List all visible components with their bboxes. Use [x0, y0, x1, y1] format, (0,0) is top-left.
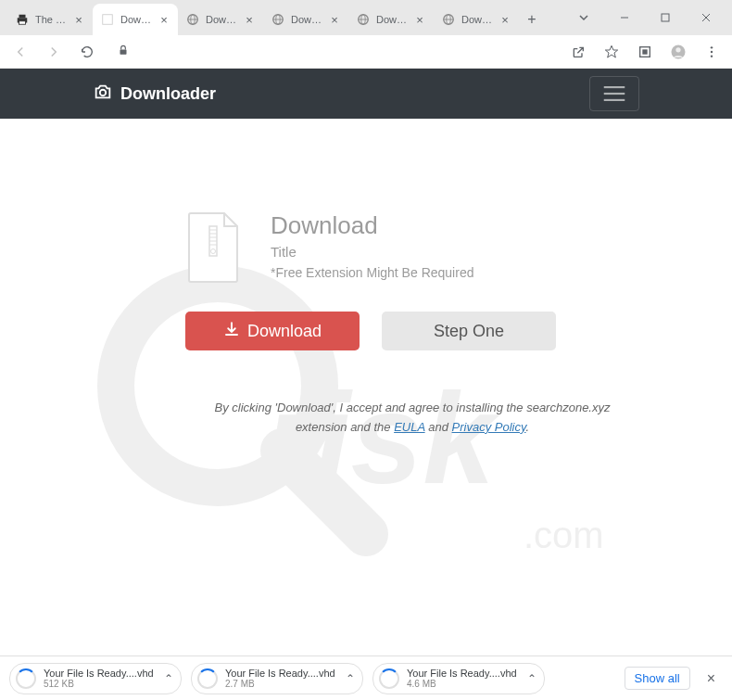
chevron-up-icon[interactable]: ⌃ [527, 672, 536, 685]
close-icon[interactable]: × [72, 13, 85, 26]
printer-icon [15, 12, 30, 27]
spinner-icon [379, 668, 399, 689]
tab-title: Downlo [120, 14, 154, 25]
download-item-2[interactable]: Your File Is Ready....vhd 4.6 MB ⌃ [372, 663, 545, 694]
tab-0[interactable]: The Pira × [7, 4, 93, 35]
svg-point-27 [711, 55, 713, 57]
download-filesize: 2.7 MB [225, 679, 338, 689]
reload-button[interactable] [74, 39, 100, 65]
svg-point-26 [711, 50, 713, 52]
tab-title: Downlo [461, 14, 495, 25]
brand-name: Downloader [120, 84, 216, 104]
bookmark-icon[interactable] [599, 39, 625, 65]
svg-rect-20 [120, 49, 127, 54]
close-icon[interactable]: × [413, 13, 426, 26]
minimize-button[interactable] [604, 5, 645, 31]
close-icon[interactable]: × [158, 13, 170, 26]
tab-strip: The Pira × Downlo × Downlo × Downlo × Do… [7, 4, 558, 35]
close-icon[interactable]: × [499, 13, 511, 26]
globe-icon [441, 12, 456, 27]
download-button-label: Download [247, 322, 322, 341]
close-button[interactable] [686, 5, 726, 31]
address-bar[interactable] [107, 39, 558, 65]
site-header: Downloader [0, 69, 732, 119]
back-button[interactable] [7, 39, 33, 65]
download-filesize: 4.6 MB [407, 679, 520, 689]
tab-title: The Pira [35, 14, 69, 25]
tab-title: Downlo [206, 14, 239, 25]
tab-title: Downlo [291, 14, 324, 25]
svg-point-28 [100, 89, 106, 95]
download-filename: Your File Is Ready....vhd [407, 668, 520, 679]
download-arrow-icon [223, 321, 240, 342]
brand[interactable]: Downloader [93, 82, 216, 107]
tab-2[interactable]: Downlo × [178, 4, 263, 35]
chevron-down-icon[interactable] [563, 5, 604, 31]
hamburger-icon [602, 83, 626, 104]
svg-rect-2 [19, 21, 26, 25]
svg-point-25 [711, 46, 713, 48]
blank-favicon-icon [100, 12, 115, 27]
close-icon[interactable]: × [328, 13, 341, 26]
step-button-label: Step One [434, 322, 504, 341]
camera-icon [93, 82, 113, 107]
forward-button[interactable] [41, 39, 67, 65]
menu-icon[interactable] [699, 39, 725, 65]
tab-4[interactable]: Downlo × [348, 4, 434, 35]
shelf-close-button[interactable]: × [700, 670, 723, 687]
browser-titlebar: The Pira × Downlo × Downlo × Downlo × Do… [0, 0, 732, 35]
window-controls [558, 4, 732, 32]
toolbar-actions [565, 39, 725, 65]
tab-title: Downlo [376, 14, 410, 25]
maximize-button[interactable] [645, 5, 686, 31]
download-title: Title [271, 244, 473, 260]
spinner-icon [16, 668, 36, 689]
svg-point-24 [675, 47, 680, 52]
nav-toggle[interactable] [589, 76, 639, 111]
download-filename: Your File Is Ready....vhd [225, 668, 338, 679]
svg-rect-22 [642, 49, 647, 54]
chevron-up-icon[interactable]: ⌃ [346, 672, 355, 685]
download-filesize: 512 KB [44, 679, 157, 689]
download-heading: Download [271, 211, 473, 240]
svg-rect-3 [103, 15, 113, 25]
file-zip-icon [185, 211, 243, 287]
globe-icon [356, 12, 371, 27]
lock-icon [117, 44, 130, 60]
tab-3[interactable]: Downlo × [263, 4, 348, 35]
chevron-up-icon[interactable]: ⌃ [164, 672, 173, 685]
page-content: risk.com Download Title *Free Extension … [0, 119, 732, 655]
download-button[interactable]: Download [185, 312, 360, 350]
globe-icon [271, 12, 285, 27]
extensions-icon[interactable] [632, 39, 658, 65]
download-item-0[interactable]: Your File Is Ready....vhd 512 KB ⌃ [9, 663, 182, 694]
download-filename: Your File Is Ready....vhd [44, 668, 157, 679]
step-one-button[interactable]: Step One [382, 312, 556, 350]
eula-link[interactable]: EULA [394, 420, 424, 434]
globe-icon [185, 12, 200, 27]
legal-text: By clicking 'Download', I accept and agr… [185, 399, 639, 438]
svg-rect-1 [19, 15, 26, 19]
close-icon[interactable]: × [243, 13, 256, 26]
download-shelf: Your File Is Ready....vhd 512 KB ⌃ Your … [0, 655, 732, 700]
svg-rect-17 [662, 14, 669, 21]
download-item-1[interactable]: Your File Is Ready....vhd 2.7 MB ⌃ [191, 663, 363, 694]
new-tab-button[interactable]: + [519, 4, 545, 35]
svg-text:.com: .com [524, 515, 604, 555]
show-all-button[interactable]: Show all [625, 667, 690, 690]
svg-line-33 [283, 451, 366, 534]
toolbar [0, 35, 732, 69]
spinner-icon [197, 668, 218, 689]
tab-5[interactable]: Downlo × [434, 4, 519, 35]
download-section: Download Title *Free Extension Might Be … [0, 119, 732, 438]
profile-icon[interactable] [665, 39, 691, 65]
download-text: Download Title *Free Extension Might Be … [271, 211, 473, 287]
download-note: *Free Extension Might Be Required [271, 265, 473, 280]
share-icon[interactable] [565, 39, 591, 65]
privacy-link[interactable]: Privacy Policy [452, 420, 526, 434]
tab-1[interactable]: Downlo × [93, 4, 178, 35]
